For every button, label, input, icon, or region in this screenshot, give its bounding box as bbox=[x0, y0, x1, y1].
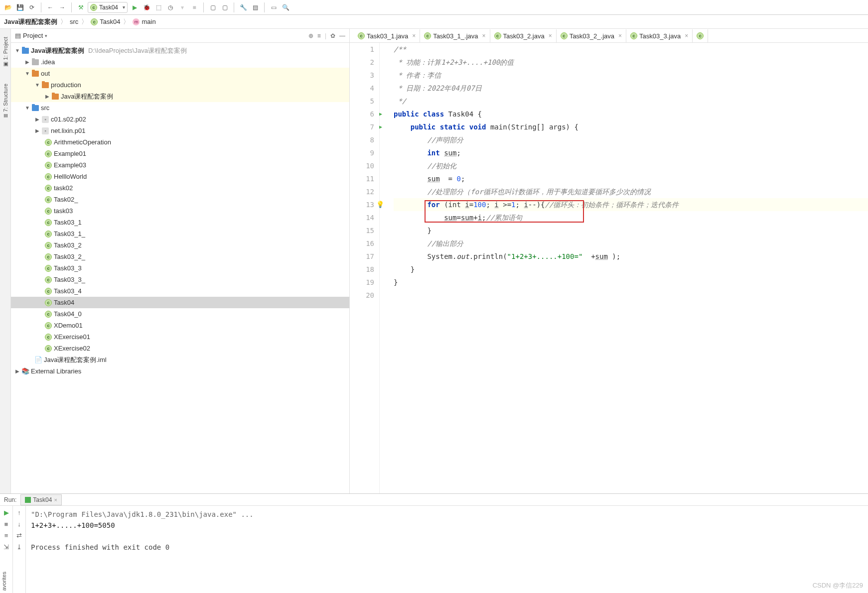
down-icon[interactable]: ↓ bbox=[17, 520, 21, 528]
close-icon[interactable]: × bbox=[618, 32, 622, 39]
redo-icon[interactable]: → bbox=[57, 2, 67, 12]
editor-tab[interactable]: cTask03_2_.java× bbox=[557, 29, 626, 42]
close-icon[interactable]: × bbox=[685, 32, 688, 39]
close-icon[interactable]: × bbox=[482, 32, 485, 39]
tree-folder-idea[interactable]: ▶.idea bbox=[11, 56, 349, 68]
device-icon[interactable]: ▢ bbox=[208, 2, 218, 12]
tree-package[interactable]: ▶▫net.lixin.p01 bbox=[11, 125, 349, 136]
close-icon[interactable]: × bbox=[54, 497, 57, 503]
breadcrumb-class[interactable]: Task04 bbox=[100, 18, 120, 25]
editor-tab[interactable]: c bbox=[693, 29, 708, 42]
build-icon[interactable]: ⚒ bbox=[76, 2, 86, 12]
class-icon: c bbox=[358, 32, 365, 39]
class-icon: c bbox=[697, 32, 704, 39]
run-panel: Run: Task04 × ▶ ■ ≡ ⇲ ↑ ↓ ⇄ ⤓ "D:\Progra… bbox=[0, 493, 868, 593]
tree-class[interactable]: cExample03 bbox=[11, 159, 349, 171]
open-icon[interactable]: 📂 bbox=[3, 2, 13, 12]
tree-class[interactable]: cTask04_0 bbox=[11, 308, 349, 320]
stop-icon[interactable]: ■ bbox=[189, 2, 199, 12]
breadcrumb: Java课程配套案例 〉 src 〉 c Task04 〉 m main bbox=[0, 15, 868, 29]
breadcrumb-src[interactable]: src bbox=[70, 18, 78, 25]
tree-folder-production[interactable]: ▼production bbox=[11, 79, 349, 91]
main-toolbar: 📂 💾 ⟳ ← → ⚒ c Task04 ▶ 🐞 ⬚ ◷ ▾ ■ ▢ ▢ 🔧 ▤… bbox=[0, 0, 868, 15]
coverage-icon[interactable]: ⬚ bbox=[153, 2, 163, 12]
wrench-icon[interactable]: 🔧 bbox=[238, 2, 248, 12]
project-tree[interactable]: ▼Java课程配套案例D:\IdeaProjects\Java课程配套案例 ▶.… bbox=[11, 43, 349, 493]
avd-icon[interactable]: ▢ bbox=[220, 2, 230, 12]
run-gutter-icon[interactable]: ▶ bbox=[379, 120, 382, 133]
tree-class[interactable]: cTask03_1_ bbox=[11, 228, 349, 239]
method-icon: m bbox=[133, 18, 140, 25]
editor-area: cTask03_1.java× cTask03_1_.java× cTask03… bbox=[350, 29, 868, 493]
breadcrumb-method[interactable]: main bbox=[142, 18, 155, 25]
tree-class[interactable]: cTask03_3 bbox=[11, 262, 349, 274]
terminal-icon[interactable]: ▭ bbox=[269, 2, 279, 12]
editor-tab[interactable]: cTask03_2.java× bbox=[490, 29, 557, 42]
bulb-icon[interactable]: 💡 bbox=[376, 198, 384, 211]
project-tool-tab[interactable]: ▣1: Project bbox=[2, 34, 8, 71]
tree-class[interactable]: ctask03 bbox=[11, 205, 349, 217]
tree-root[interactable]: ▼Java课程配套案例D:\IdeaProjects\Java课程配套案例 bbox=[11, 45, 349, 56]
editor-tabs: cTask03_1.java× cTask03_1_.java× cTask03… bbox=[350, 29, 868, 43]
scroll-icon[interactable]: ⤓ bbox=[16, 543, 22, 551]
close-icon[interactable]: × bbox=[549, 32, 552, 39]
run-tab[interactable]: Task04 × bbox=[20, 494, 61, 505]
tree-class[interactable]: ctask02 bbox=[11, 182, 349, 194]
tree-package[interactable]: ▶▫c01.s02.p02 bbox=[11, 114, 349, 125]
hide-icon[interactable]: — bbox=[339, 32, 345, 39]
tree-class[interactable]: cExample01 bbox=[11, 148, 349, 159]
code-editor[interactable]: 12345 6▶ 7▶ 89101112 13💡 14151617181920 … bbox=[350, 43, 868, 493]
attach-icon[interactable]: ▾ bbox=[177, 2, 187, 12]
class-icon: c bbox=[424, 32, 431, 39]
structure-icon[interactable]: ▤ bbox=[250, 2, 260, 12]
tree-class[interactable]: cTask03_2_ bbox=[11, 251, 349, 262]
tree-class[interactable]: cXDemo01 bbox=[11, 320, 349, 331]
tree-external[interactable]: ▶📚External Libraries bbox=[11, 365, 349, 377]
profile-icon[interactable]: ◷ bbox=[165, 2, 175, 12]
tree-class[interactable]: cXExercise02 bbox=[11, 343, 349, 354]
tree-class[interactable]: cTask03_1 bbox=[11, 217, 349, 228]
rerun-icon[interactable]: ▶ bbox=[4, 509, 9, 516]
tree-class[interactable]: cTask03_3_ bbox=[11, 274, 349, 285]
run-config-selector[interactable]: c Task04 bbox=[88, 2, 128, 13]
editor-tab[interactable]: cTask03_1.java× bbox=[354, 29, 420, 42]
tree-folder-src[interactable]: ▼src bbox=[11, 102, 349, 114]
stop-icon[interactable]: ■ bbox=[4, 520, 8, 528]
breadcrumb-project[interactable]: Java课程配套案例 bbox=[4, 17, 57, 26]
wrap-icon[interactable]: ⇄ bbox=[16, 532, 22, 539]
debug-icon[interactable]: 🐞 bbox=[142, 2, 151, 12]
editor-tab[interactable]: cTask03_1_.java× bbox=[420, 29, 490, 42]
favorites-tool-tab[interactable]: avorites bbox=[0, 570, 8, 593]
settings-icon[interactable]: ✿ bbox=[330, 32, 335, 39]
up-icon[interactable]: ↑ bbox=[17, 509, 21, 516]
layout-icon[interactable]: ≡ bbox=[4, 532, 8, 539]
tree-folder-out[interactable]: ▼out bbox=[11, 68, 349, 79]
locate-icon[interactable]: ⊕ bbox=[308, 32, 313, 39]
save-icon[interactable]: 💾 bbox=[15, 2, 25, 12]
tree-class[interactable]: cTask02_ bbox=[11, 194, 349, 205]
run-icon[interactable]: ▶ bbox=[130, 2, 140, 12]
run-gutter-icon[interactable]: ▶ bbox=[379, 108, 382, 120]
collapse-icon[interactable]: ≡ bbox=[317, 32, 321, 39]
run-toolbar-right: ↑ ↓ ⇄ ⤓ bbox=[13, 506, 26, 593]
undo-icon[interactable]: ← bbox=[45, 2, 55, 12]
tree-iml[interactable]: 📄Java课程配套案例.iml bbox=[11, 354, 349, 365]
tree-class[interactable]: cTask03_4 bbox=[11, 285, 349, 297]
tree-class[interactable]: cArithmeticOperation bbox=[11, 136, 349, 148]
close-icon[interactable]: × bbox=[412, 32, 416, 39]
tree-class-selected[interactable]: cTask04 bbox=[11, 297, 349, 308]
project-panel-title[interactable]: ▤ Project ▾ bbox=[15, 32, 47, 39]
refresh-icon[interactable]: ⟳ bbox=[27, 2, 37, 12]
structure-tool-tab[interactable]: ≣7: Structure bbox=[2, 81, 8, 121]
tree-class[interactable]: cTask03_2 bbox=[11, 239, 349, 251]
tree-class[interactable]: cXExercise01 bbox=[11, 331, 349, 343]
console-output[interactable]: "D:\Program Files\Java\jdk1.8.0_231\bin\… bbox=[26, 506, 868, 593]
search-icon[interactable]: 🔍 bbox=[281, 2, 290, 12]
code-content[interactable]: /** * 功能：计算1+2+3+....+100的值 * 作者：李信 * 日期… bbox=[390, 43, 868, 493]
line-gutter: 12345 6▶ 7▶ 89101112 13💡 14151617181920 bbox=[350, 43, 380, 493]
tree-folder-production-child[interactable]: ▶Java课程配套案例 bbox=[11, 91, 349, 102]
editor-tab[interactable]: cTask03_3.java× bbox=[626, 29, 693, 42]
watermark: CSDN @李信229 bbox=[813, 581, 863, 590]
tree-class[interactable]: cHellloWorld bbox=[11, 171, 349, 182]
pin-icon[interactable]: ⇲ bbox=[3, 543, 9, 551]
